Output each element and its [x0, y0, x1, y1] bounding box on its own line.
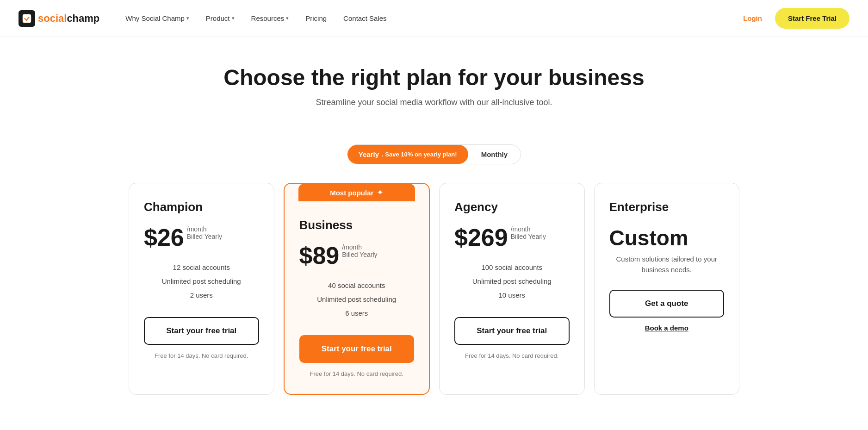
- chevron-down-icon: ▾: [186, 15, 189, 21]
- navigation: socialchamp Why Social Champ ▾ Product ▾…: [0, 0, 868, 37]
- chevron-down-icon: ▾: [286, 15, 289, 21]
- plan-price-wrap: $89 /month Billed Yearly: [299, 243, 415, 268]
- start-trial-button-champion[interactable]: Start your free trial: [144, 317, 259, 345]
- price-amount: $26: [144, 225, 184, 249]
- billing-toggle: Yearly . Save 10% on yearly plan! Monthl…: [0, 144, 868, 164]
- plan-card-champion: Champion $26 /month Billed Yearly 12 soc…: [129, 183, 274, 395]
- price-meta: /month Billed Yearly: [187, 225, 222, 242]
- plan-card-business: Most popular ✦ Business $89 /month Bille…: [284, 183, 430, 395]
- hero-heading: Choose the right plan for your business: [9, 65, 859, 90]
- sparkle-icon: ✦: [377, 188, 383, 197]
- toggle-pill: Yearly . Save 10% on yearly plan! Monthl…: [347, 144, 521, 164]
- plan-note: Free for 14 days. No card required.: [299, 370, 415, 377]
- plans-container: Champion $26 /month Billed Yearly 12 soc…: [110, 183, 758, 423]
- plan-name: Agency: [454, 200, 570, 214]
- logo[interactable]: socialchamp: [19, 10, 99, 27]
- start-trial-button-agency[interactable]: Start your free trial: [454, 317, 570, 345]
- plan-card-enterprise: EnterpriseCustomCustom solutions tailore…: [594, 183, 740, 395]
- start-free-trial-button[interactable]: Start Free Trial: [775, 8, 849, 29]
- nav-links: Why Social Champ ▾ Product ▾ Resources ▾…: [118, 11, 738, 26]
- login-button[interactable]: Login: [738, 11, 768, 26]
- monthly-toggle[interactable]: Monthly: [468, 145, 521, 164]
- plan-note: Free for 14 days. No card required.: [454, 352, 570, 359]
- get-quote-button[interactable]: Get a quote: [609, 290, 725, 318]
- plan-price: Custom: [609, 225, 725, 250]
- chevron-down-icon: ▾: [232, 15, 235, 21]
- price-meta: /month Billed Yearly: [511, 225, 546, 242]
- popular-badge: Most popular ✦: [298, 184, 415, 201]
- plan-features: 100 social accountsUnlimited post schedu…: [454, 261, 570, 302]
- plan-card-agency: Agency $269 /month Billed Yearly 100 soc…: [439, 183, 585, 395]
- hero-subheading: Streamline your social media workflow wi…: [9, 98, 859, 107]
- start-trial-button-business[interactable]: Start your free trial: [299, 335, 415, 363]
- price-amount: $269: [454, 225, 508, 249]
- plan-features: 40 social accountsUnlimited post schedul…: [299, 279, 415, 320]
- plan-name: Business: [299, 218, 415, 232]
- hero-section: Choose the right plan for your business …: [0, 37, 868, 126]
- book-demo-link[interactable]: Book a demo: [609, 324, 725, 332]
- price-amount: $89: [299, 243, 340, 268]
- plan-name: Champion: [144, 200, 259, 214]
- plan-features: 12 social accountsUnlimited post schedul…: [144, 261, 259, 302]
- nav-item-pricing[interactable]: Pricing: [298, 11, 334, 26]
- plan-custom-desc: Custom solutions tailored to your busine…: [609, 254, 725, 275]
- plan-name: Enterprise: [609, 200, 725, 214]
- logo-icon: [19, 10, 35, 27]
- plan-note: Free for 14 days. No card required.: [144, 352, 259, 359]
- yearly-toggle[interactable]: Yearly . Save 10% on yearly plan!: [347, 145, 468, 164]
- logo-text: socialchamp: [38, 12, 99, 25]
- plan-price-wrap: $269 /month Billed Yearly: [454, 225, 570, 249]
- svg-rect-0: [23, 14, 31, 22]
- nav-item-resources[interactable]: Resources ▾: [244, 11, 297, 26]
- price-meta: /month Billed Yearly: [342, 243, 377, 260]
- nav-item-contact[interactable]: Contact Sales: [336, 11, 394, 26]
- nav-item-product[interactable]: Product ▾: [198, 11, 242, 26]
- plan-price-wrap: $26 /month Billed Yearly: [144, 225, 259, 249]
- nav-right: Login Start Free Trial: [738, 8, 849, 29]
- nav-item-why[interactable]: Why Social Champ ▾: [118, 11, 197, 26]
